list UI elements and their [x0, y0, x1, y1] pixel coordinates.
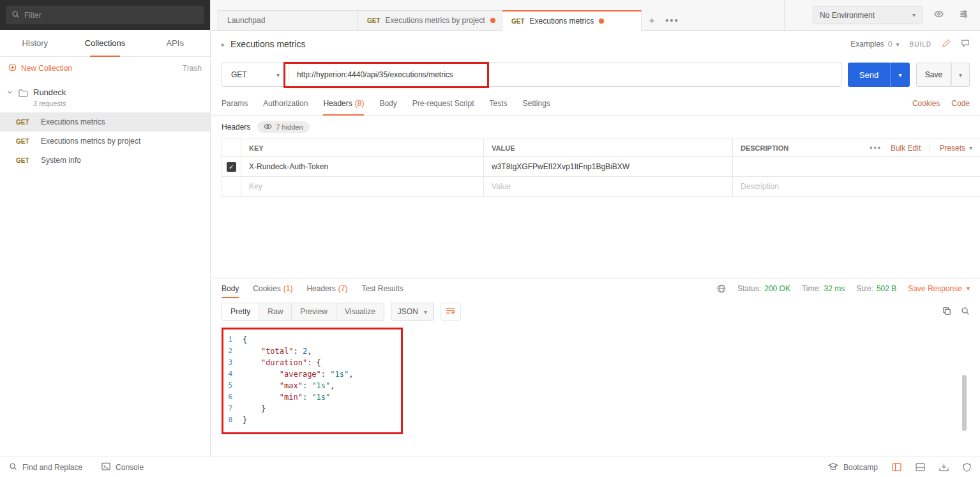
method-label: GET	[511, 18, 525, 25]
console-button[interactable]: Console	[102, 462, 144, 473]
status-meta: Status: 200 OK	[737, 284, 790, 293]
response-panel: Body Cookies (1) Headers (7) Test Result…	[211, 278, 980, 457]
tab-settings[interactable]: Settings	[523, 92, 550, 115]
bulk-edit-link[interactable]: Bulk Edit	[891, 144, 921, 153]
settings-button[interactable]	[954, 6, 972, 24]
response-code-lines[interactable]: 1{2 "total": 2,3 "duration": {4 "average…	[223, 334, 401, 426]
examples-dropdown[interactable]: Examples 0 ▾	[850, 40, 899, 49]
method-select[interactable]: GET ▾	[222, 63, 289, 86]
tabbar-right-controls: No Environment ▾	[813, 6, 972, 24]
line-number: 6	[223, 391, 243, 403]
url-input[interactable]	[289, 63, 841, 86]
sidebar-request-executions-metrics[interactable]: GET Executions metrics	[0, 112, 210, 132]
checkbox-checked[interactable]: ✓	[227, 162, 236, 172]
send-button[interactable]: Send	[848, 63, 890, 87]
tab-tests[interactable]: Tests	[489, 92, 507, 115]
tab-launchpad[interactable]: Launchpad	[218, 10, 358, 30]
view-raw-button[interactable]: Raw	[259, 303, 292, 320]
header-description-cell[interactable]	[733, 157, 980, 176]
tray-download-icon[interactable]	[939, 463, 949, 471]
method-label: GET	[16, 138, 33, 145]
search-icon[interactable]	[961, 307, 970, 317]
view-preview-button[interactable]: Preview	[292, 303, 336, 320]
filter-input[interactable]	[24, 11, 199, 20]
tab-authorization[interactable]: Authorization	[263, 92, 308, 115]
collection-rundeck[interactable]: Rundeck 3 requests	[0, 80, 210, 112]
method-value: GET	[231, 70, 247, 79]
save-options-button[interactable]: ▾	[951, 63, 970, 87]
console-icon	[102, 462, 110, 473]
shield-icon[interactable]	[963, 463, 971, 472]
response-tab-headers[interactable]: Headers (7)	[306, 278, 347, 298]
find-and-replace-button[interactable]: Find and Replace	[9, 462, 82, 473]
copy-icon[interactable]	[942, 307, 951, 317]
save-button[interactable]: Save	[916, 63, 951, 87]
tab-executions-metrics[interactable]: GET Executions metrics	[502, 10, 642, 31]
search-icon	[9, 462, 17, 473]
view-pretty-button[interactable]: Pretty	[222, 303, 259, 320]
bootcamp-button[interactable]: Bootcamp	[828, 462, 878, 473]
comment-icon[interactable]	[961, 39, 970, 50]
chevron-down-icon[interactable]	[6, 89, 13, 107]
new-key-cell[interactable]: Key	[241, 177, 484, 196]
tab-params[interactable]: Params	[222, 92, 248, 115]
tab-label: Body	[222, 284, 239, 293]
filter-box[interactable]	[6, 6, 204, 24]
sidebar-tab-apis[interactable]: APIs	[140, 30, 210, 56]
response-tab-cookies[interactable]: Cookies (1)	[253, 278, 292, 298]
request-tabs-links: Cookies Code	[912, 99, 970, 108]
hidden-headers-toggle[interactable]: 7 hidden	[257, 121, 309, 133]
caret-right-icon[interactable]: ▸	[222, 41, 225, 48]
vertical-scrollbar[interactable]	[962, 375, 967, 431]
edit-pencil-icon[interactable]	[942, 39, 951, 50]
header-key-cell[interactable]: X-Rundeck-Auth-Token	[241, 157, 484, 176]
code-link[interactable]: Code	[951, 99, 970, 108]
tab-headers[interactable]: Headers (8)	[323, 92, 364, 115]
send-options-button[interactable]: ▾	[890, 63, 910, 87]
line-number: 1	[223, 334, 243, 345]
environment-select[interactable]: No Environment ▾	[813, 6, 923, 24]
response-tab-test-results[interactable]: Test Results	[361, 278, 403, 298]
tab-label: Headers	[306, 284, 335, 293]
examples-count: 0	[888, 40, 893, 49]
new-collection-button[interactable]: New Collection	[8, 63, 72, 73]
tab-label: Cookies	[253, 284, 280, 293]
response-tab-body[interactable]: Body	[222, 278, 239, 298]
caret-down-icon: ▾	[967, 285, 970, 292]
presets-dropdown[interactable]: Presets ▾	[930, 144, 972, 153]
trash-link[interactable]: Trash	[183, 64, 202, 73]
cookies-link[interactable]: Cookies	[912, 99, 940, 108]
build-view-icon[interactable]	[892, 463, 901, 471]
environment-label: No Environment	[820, 11, 875, 20]
tab-label: Launchpad	[227, 16, 265, 25]
sidebar-tab-history[interactable]: History	[0, 30, 70, 56]
tab-options-button[interactable]: •••	[662, 10, 682, 30]
sidebar-request-executions-metrics-by-project[interactable]: GET Executions metrics by project	[0, 132, 210, 151]
sidebar-request-system-info[interactable]: GET System info	[0, 151, 210, 170]
tab-label: Test Results	[361, 284, 403, 293]
unsaved-dot-icon	[490, 18, 495, 23]
environment-quick-look-button[interactable]	[930, 6, 947, 24]
more-options-icon[interactable]: •••	[870, 144, 882, 153]
view-visualize-button[interactable]: Visualize	[336, 303, 384, 320]
new-tab-button[interactable]: +	[642, 10, 662, 30]
caret-down-icon: ▾	[969, 144, 972, 151]
url-row: GET ▾ Send ▾ Save ▾	[211, 57, 980, 92]
header-value-cell[interactable]: w3T8tgXGFPwEfI2Xvp1ItFnp1BgBiBXW	[484, 157, 733, 176]
tab-executions-metrics-by-project[interactable]: GET Executions metrics by project	[358, 10, 502, 30]
code-line-content: {	[243, 334, 247, 345]
network-globe-icon[interactable]	[717, 284, 726, 293]
wrap-text-button[interactable]	[441, 303, 461, 321]
new-value-cell[interactable]: Value	[484, 177, 733, 196]
tab-pre-request-script[interactable]: Pre-request Script	[412, 92, 474, 115]
tab-body[interactable]: Body	[379, 92, 396, 115]
tab-label: Headers	[323, 99, 352, 108]
graduation-cap-icon	[828, 462, 838, 473]
sidebar-tab-collections[interactable]: Collections	[70, 30, 140, 56]
time-label: Time:	[802, 284, 821, 293]
format-select[interactable]: JSON ▾	[391, 303, 434, 321]
new-description-cell[interactable]: Description	[733, 177, 980, 196]
two-pane-view-icon[interactable]	[916, 463, 925, 471]
time-value: 32 ms	[824, 284, 845, 293]
save-response-button[interactable]: Save Response ▾	[908, 284, 970, 293]
